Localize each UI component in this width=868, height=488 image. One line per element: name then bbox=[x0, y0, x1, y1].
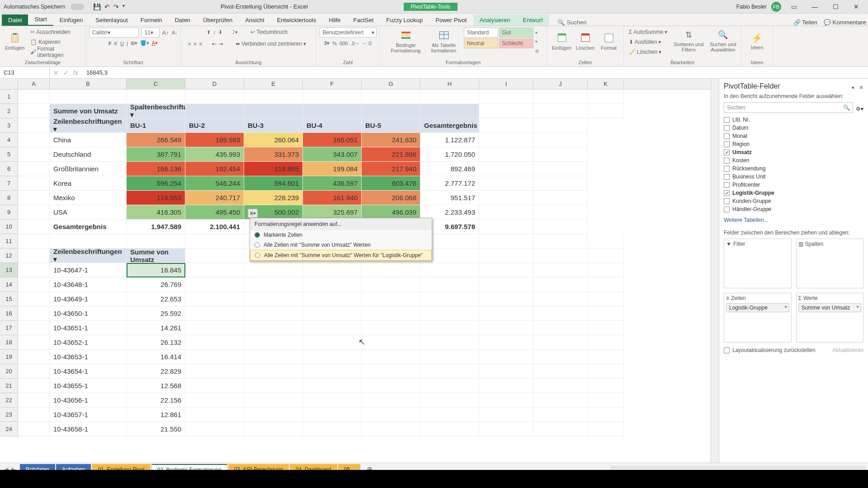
cell[interactable] bbox=[533, 133, 588, 147]
cell[interactable] bbox=[588, 393, 624, 408]
cell[interactable] bbox=[185, 321, 244, 335]
checkbox-icon[interactable] bbox=[724, 150, 730, 155]
cell[interactable] bbox=[533, 147, 588, 162]
cell[interactable] bbox=[533, 335, 588, 350]
cell[interactable] bbox=[303, 89, 362, 104]
checkbox-icon[interactable] bbox=[724, 117, 730, 123]
cell[interactable] bbox=[303, 306, 362, 321]
user-avatar[interactable]: FB bbox=[771, 2, 781, 12]
tab-start[interactable]: Start bbox=[28, 14, 53, 26]
row-header-8[interactable]: 8 bbox=[0, 191, 18, 205]
row-header-23[interactable]: 23 bbox=[0, 408, 18, 422]
cell[interactable]: 10-43650-1 bbox=[50, 306, 127, 321]
col-header-H[interactable]: H bbox=[420, 79, 479, 89]
cell[interactable] bbox=[18, 147, 50, 162]
checkbox-icon[interactable] bbox=[724, 158, 730, 164]
cell[interactable] bbox=[588, 263, 624, 277]
decrease-decimal-icon[interactable]: ←.0 bbox=[363, 41, 372, 46]
checkbox-icon[interactable] bbox=[724, 206, 730, 212]
cell[interactable]: 16.845 bbox=[127, 263, 185, 277]
cell[interactable]: China bbox=[50, 133, 127, 147]
cell[interactable] bbox=[244, 379, 303, 393]
cancel-formula-icon[interactable]: ✕ bbox=[53, 69, 59, 76]
fill-button[interactable]: ⬇ Ausfüllen ▾ bbox=[626, 38, 670, 47]
row-header-15[interactable]: 15 bbox=[0, 292, 18, 306]
row-header-5[interactable]: 5 bbox=[0, 147, 18, 162]
popup-option-1[interactable]: Markierte Zellen bbox=[250, 230, 432, 240]
cell[interactable] bbox=[533, 89, 588, 104]
cell[interactable]: Summe von Umsatz bbox=[50, 104, 127, 118]
cell[interactable]: Korea bbox=[50, 176, 127, 191]
cell[interactable] bbox=[588, 422, 624, 436]
increase-decimal-icon[interactable]: .0→ bbox=[350, 41, 359, 46]
ribbon-options-icon[interactable]: ▭ bbox=[786, 3, 802, 10]
cell[interactable]: 10-43652-1 bbox=[50, 335, 127, 350]
insert-cells-button[interactable]: Einfügen bbox=[550, 28, 574, 56]
cell[interactable] bbox=[420, 277, 479, 292]
cell[interactable] bbox=[185, 249, 244, 263]
cell[interactable] bbox=[533, 292, 588, 306]
cell[interactable] bbox=[18, 205, 50, 220]
cell[interactable] bbox=[303, 408, 362, 422]
cell[interactable] bbox=[362, 277, 420, 292]
cell[interactable] bbox=[588, 321, 624, 335]
cell[interactable] bbox=[18, 89, 50, 104]
cell[interactable]: Großbritannien bbox=[50, 162, 127, 176]
row-header-10[interactable]: 10 bbox=[0, 220, 18, 234]
col-header-I[interactable]: I bbox=[479, 79, 533, 89]
cell[interactable]: 436.597 bbox=[303, 176, 362, 191]
cell[interactable]: 16.414 bbox=[127, 350, 185, 364]
merge-button[interactable]: ⬌ Verbinden und zentrieren ▾ bbox=[233, 39, 309, 48]
field-item[interactable]: Monat bbox=[724, 132, 863, 140]
cell[interactable] bbox=[244, 422, 303, 436]
more-tables-link[interactable]: Weitere Tabellen... bbox=[724, 217, 863, 223]
cell[interactable] bbox=[533, 379, 588, 393]
cell[interactable] bbox=[244, 104, 303, 118]
font-size-select[interactable]: 11 ▾ bbox=[142, 28, 160, 38]
cell[interactable] bbox=[533, 162, 588, 176]
underline-button[interactable]: U bbox=[120, 41, 124, 46]
style-bad[interactable]: Schlecht bbox=[499, 38, 533, 48]
field-item[interactable]: Business Unit bbox=[724, 173, 863, 181]
cell[interactable] bbox=[420, 422, 479, 436]
cell[interactable] bbox=[244, 321, 303, 335]
tab-pagelayout[interactable]: Seitenlayout bbox=[89, 14, 134, 26]
cell[interactable]: 951.517 bbox=[420, 191, 479, 205]
cell[interactable] bbox=[185, 393, 244, 408]
cell[interactable]: 116.855 bbox=[244, 162, 303, 176]
tab-factset[interactable]: FactSet bbox=[347, 14, 380, 26]
cell[interactable]: 1.947.589 bbox=[127, 220, 185, 234]
cell[interactable] bbox=[420, 104, 479, 118]
redo-icon[interactable]: ↷ bbox=[113, 3, 119, 10]
cell[interactable] bbox=[185, 306, 244, 321]
checkbox-icon[interactable] bbox=[724, 166, 730, 172]
sort-filter-button[interactable]: ⇅Sortieren und Filtern bbox=[673, 28, 704, 56]
cell[interactable] bbox=[18, 335, 50, 350]
row-header-1[interactable]: 1 bbox=[0, 89, 18, 104]
cell[interactable] bbox=[303, 335, 362, 350]
cell[interactable] bbox=[185, 408, 244, 422]
cell[interactable] bbox=[479, 234, 533, 249]
field-pane-gear-icon[interactable]: ⚙▾ bbox=[856, 106, 863, 112]
row-header-9[interactable]: 9 bbox=[0, 205, 18, 220]
cell[interactable]: 26.769 bbox=[127, 277, 185, 292]
cell[interactable] bbox=[362, 364, 420, 379]
cell[interactable] bbox=[479, 408, 533, 422]
col-header-D[interactable]: D bbox=[185, 79, 244, 89]
cell[interactable] bbox=[420, 379, 479, 393]
col-header-E[interactable]: E bbox=[244, 79, 303, 89]
tab-design[interactable]: Entwurf bbox=[517, 14, 549, 26]
cell[interactable] bbox=[18, 379, 50, 393]
cell[interactable] bbox=[479, 133, 533, 147]
cell[interactable]: Zeilenbeschriftungen ▾ bbox=[50, 249, 127, 263]
cell[interactable]: Spaltenbeschriftungen ▾ bbox=[127, 104, 185, 118]
cell[interactable] bbox=[50, 89, 127, 104]
cell[interactable] bbox=[303, 350, 362, 364]
cell[interactable] bbox=[185, 292, 244, 306]
row-header-21[interactable]: 21 bbox=[0, 379, 18, 393]
cell[interactable] bbox=[479, 350, 533, 364]
cell[interactable] bbox=[18, 220, 50, 234]
cell[interactable]: Zeilenbeschriftungen ▾ bbox=[50, 118, 127, 133]
style-good[interactable]: Gut bbox=[499, 28, 533, 38]
row-header-7[interactable]: 7 bbox=[0, 176, 18, 191]
